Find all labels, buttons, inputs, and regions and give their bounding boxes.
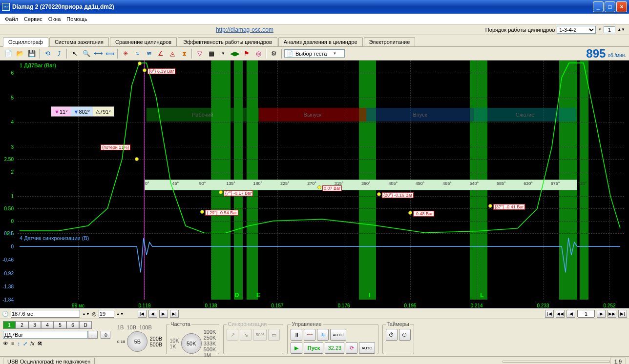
- annotation: 0.07 Bar: [322, 185, 342, 191]
- nav-icon[interactable]: ◀▶: [230, 48, 240, 59]
- play-button[interactable]: ▶: [291, 342, 302, 354]
- nav-last[interactable]: ▶|: [170, 310, 179, 318]
- menu-help[interactable]: Помощь: [63, 15, 90, 23]
- waves-icon[interactable]: ≈: [132, 48, 143, 59]
- nav2-first[interactable]: |◀: [545, 310, 554, 318]
- channel-btn-6[interactable]: 6: [66, 321, 79, 329]
- new-icon[interactable]: 📄: [3, 48, 14, 59]
- val-input[interactable]: [99, 310, 114, 318]
- compass-icon[interactable]: ◬: [167, 48, 178, 59]
- spin2-icon[interactable]: ▲▼: [116, 312, 124, 316]
- rpm-value: 895: [586, 47, 606, 61]
- pointer-icon[interactable]: ↖: [69, 48, 80, 59]
- timer1-button[interactable]: ⏱: [386, 329, 398, 341]
- save-icon[interactable]: 💾: [26, 48, 37, 59]
- target-icon[interactable]: ◎: [253, 48, 264, 59]
- title-bar: ⁓ Diamag 2 (270220приора дд1ц.dm2) _ □ ×: [0, 0, 629, 14]
- nav2-prev[interactable]: ◀: [566, 310, 575, 318]
- tab-power[interactable]: Электропитание: [364, 37, 416, 46]
- down-icon[interactable]: ▼: [218, 48, 229, 59]
- channel-btn-2[interactable]: 2: [16, 321, 28, 329]
- spin-icon[interactable]: ▲▼: [82, 312, 90, 316]
- nav2-rew[interactable]: ◀◀: [556, 310, 565, 318]
- nav-first[interactable]: |◀: [138, 310, 147, 318]
- sync-trace: [0, 233, 629, 300]
- pause-button[interactable]: ⏸: [291, 329, 302, 341]
- test-select[interactable]: 📄 Выбор теста: [284, 49, 345, 58]
- tab-ignition[interactable]: Система зажигания: [49, 37, 109, 46]
- page-input[interactable]: [577, 310, 595, 318]
- sine-button[interactable]: 〰: [304, 329, 315, 341]
- url-link[interactable]: http://diamag-osc.com: [4, 26, 485, 33]
- nav2-next[interactable]: ▶: [597, 310, 606, 318]
- channel-more[interactable]: …: [88, 331, 98, 339]
- time-axis: 99 мс0.1190.1380.1570.1760.1950.2140.233…: [0, 300, 629, 308]
- tool-b-icon[interactable]: ⤴: [54, 48, 64, 59]
- tab-compare[interactable]: Сравнение цилиндров: [110, 37, 177, 46]
- channel-btn-4[interactable]: 4: [41, 321, 54, 329]
- zoom-icon[interactable]: 🔍: [81, 48, 92, 59]
- nav-prev[interactable]: ◀: [148, 310, 157, 318]
- channel-btn-1[interactable]: 1: [3, 321, 16, 329]
- ruler2-icon[interactable]: ⟺: [105, 48, 115, 59]
- filter-icon[interactable]: ▽: [194, 48, 205, 59]
- menu-windows[interactable]: Окна: [45, 15, 64, 23]
- close-button[interactable]: ×: [616, 1, 627, 12]
- tab-efficiency[interactable]: Эффективность работы цилиндров: [178, 37, 277, 46]
- annotation: {7°} -0.17 Bar: [224, 190, 253, 196]
- channel-btn-5[interactable]: 5: [54, 321, 66, 329]
- open-icon[interactable]: 📂: [15, 48, 25, 59]
- up-icon[interactable]: ↕: [17, 341, 20, 347]
- bottom-panels: 123456D … ⎙ 👁 ≡ ↕ ⤢ fx 🛠 1B10B100B 0.1B …: [0, 319, 629, 356]
- menu-file[interactable]: Файл: [2, 15, 21, 23]
- firing-order-select[interactable]: 1-3-4-2: [557, 26, 596, 34]
- tool-a-icon[interactable]: ⟲: [42, 48, 53, 59]
- maximize-button[interactable]: □: [605, 1, 615, 12]
- start-button[interactable]: Пуск: [304, 342, 323, 354]
- target2-icon[interactable]: ◎: [92, 311, 97, 317]
- gear-icon[interactable]: ⚙: [269, 48, 279, 59]
- flag-icon[interactable]: ⚑: [241, 48, 252, 59]
- channel-btn-3[interactable]: 3: [28, 321, 41, 329]
- move-icon[interactable]: ⤢: [23, 341, 27, 347]
- toolbar: 📄 📂 💾 ⟲ ⤴ ↖ 🔍 ⟷ ⟺ ✳ ≈ ≋ ∠ ◬ ⧗ ▽ ▦ ▼ ◀▶ ⚑…: [0, 47, 629, 61]
- fx-icon[interactable]: fx: [30, 341, 35, 347]
- align-icon[interactable]: ≡: [11, 341, 14, 347]
- nav2-last[interactable]: ▶|: [618, 310, 627, 318]
- voltage-knob[interactable]: 5B: [127, 331, 147, 352]
- pressure-trace: [0, 61, 629, 233]
- minimize-button[interactable]: _: [593, 1, 604, 12]
- dropdown-arrow-icon[interactable]: ▼: [598, 27, 602, 32]
- channel-opt[interactable]: ⎙: [101, 331, 110, 339]
- refresh-button[interactable]: ⟳: [346, 342, 357, 354]
- waves2-icon[interactable]: ≋: [144, 48, 154, 59]
- tab-pressure[interactable]: Анализ давления в цилиндре: [278, 37, 363, 46]
- auto-button[interactable]: AUTO: [330, 329, 346, 341]
- cyl-input[interactable]: [604, 26, 615, 33]
- hourglass-icon[interactable]: ⧗: [179, 48, 189, 59]
- ruler-icon[interactable]: ⟷: [93, 48, 104, 59]
- burst-icon[interactable]: ✳: [120, 48, 131, 59]
- control-row: 🕒 ▲▼ ◎ ▲▼ |◀ ◀ ▶ ▶| |◀ ◀◀ ◀ ▶ ▶▶ ▶|: [0, 308, 629, 319]
- eye-icon[interactable]: 👁: [3, 341, 8, 347]
- angle-icon[interactable]: ∠: [155, 48, 166, 59]
- freq-group: Частота 10K1K 50K 100K250K333K500K1M: [166, 321, 219, 354]
- auto2-button[interactable]: AUTO: [359, 342, 375, 354]
- wrench-icon[interactable]: 🛠: [37, 341, 42, 347]
- ctrl-value[interactable]: 32.23: [325, 342, 344, 354]
- freq-knob[interactable]: 50K: [181, 333, 202, 354]
- status-empty: [503, 361, 610, 363]
- menu-service[interactable]: Сервис: [21, 15, 45, 23]
- nav-next[interactable]: ▶: [159, 310, 168, 318]
- tab-oscilloscope[interactable]: Осциллограф: [3, 37, 48, 47]
- updown-icon[interactable]: ▲▼: [617, 27, 625, 32]
- channel-name-input[interactable]: [3, 331, 88, 339]
- grid-icon[interactable]: ▦: [206, 48, 217, 59]
- channel-btn-D[interactable]: D: [79, 321, 92, 329]
- chart-sync: 4 Датчик синхронизации (В) -1.84-1.38-0.…: [0, 233, 629, 300]
- time-input[interactable]: [11, 310, 80, 318]
- nav2-ff[interactable]: ▶▶: [608, 310, 616, 318]
- ctrl-group: Управление ⏸ 〰 ≋ AUTO ▶ Пуск 32.23 ⟳ AUT…: [287, 321, 378, 354]
- multi-sine-button[interactable]: ≋: [317, 329, 329, 341]
- timer2-button[interactable]: ⏲: [399, 329, 411, 341]
